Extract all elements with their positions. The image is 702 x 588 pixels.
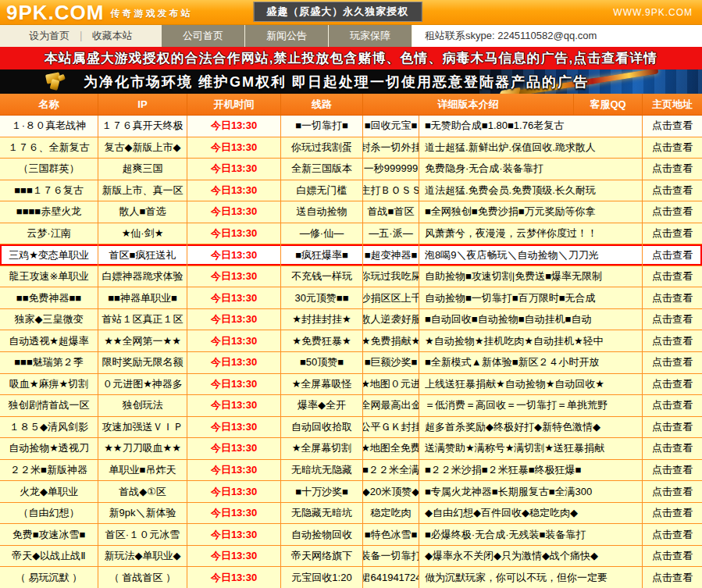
- fist-icon: [43, 73, 69, 91]
- red-notice-banner[interactable]: 本站属盛大游戏授权的合法合作网站,禁止投放包含赌博、色情、病毒木马信息的广告,点…: [0, 47, 702, 69]
- logo[interactable]: 9PK.COM 传奇游戏发布站: [0, 2, 192, 23]
- cell-time: 今日13:30: [187, 481, 281, 502]
- cell-name[interactable]: 龍王攻速※单职业: [0, 266, 98, 287]
- view-homepage-link[interactable]: 点击查看: [643, 330, 702, 351]
- cell-time: 今日13:30: [187, 352, 281, 373]
- cell-ip: 限时奖励无限名额: [98, 352, 187, 373]
- cell-ip: ■■神器单职业■: [98, 287, 187, 308]
- cell-name[interactable]: １７６、全新复古: [0, 137, 98, 159]
- cell-line2: 全网最高出金: [363, 395, 419, 416]
- cell-name[interactable]: 自动透视★超爆率: [0, 330, 98, 351]
- view-homepage-link[interactable]: 点击查看: [643, 287, 702, 308]
- nav-item-player-protection[interactable]: 玩家保障: [329, 25, 412, 47]
- cell-line1: 自动回收拾取: [281, 417, 363, 438]
- cell-line2: 裙641941724: [363, 567, 419, 588]
- table-row: ■■■１７６复古新版上市、真一区今日13:30白嫖无门槛主打ＢＯＳＳ道法超猛.免…: [0, 180, 702, 202]
- nav-item-news[interactable]: 新闻公告: [245, 25, 329, 47]
- cell-name[interactable]: （ 易玩沉默 ）: [0, 567, 98, 588]
- column-header-line: 线路: [281, 94, 363, 115]
- nav-separator: ｜: [76, 29, 86, 43]
- view-homepage-link[interactable]: 点击查看: [643, 180, 702, 201]
- nav-item-company-home[interactable]: 公司首页: [162, 25, 245, 47]
- cell-name[interactable]: （自由幻想）: [0, 503, 98, 524]
- cell-ip: 独创玩法: [98, 395, 187, 416]
- view-homepage-link[interactable]: 点击查看: [643, 503, 702, 524]
- cell-line2: 沙捐区区上千: [363, 287, 419, 308]
- cell-name[interactable]: 自动捡物★透视刀: [0, 438, 98, 459]
- cell-line1: ■一切靠打■: [281, 116, 363, 137]
- cell-line1: 无隐藏无暗坑: [281, 503, 363, 524]
- column-header-open-time: 开机时间: [187, 94, 281, 115]
- view-homepage-link[interactable]: 点击查看: [643, 244, 702, 265]
- cell-name[interactable]: 火龙◆单职业: [0, 481, 98, 502]
- cell-ip: 复古◆新版上市◆: [98, 137, 187, 159]
- cell-name[interactable]: （三国群英）: [0, 159, 98, 180]
- cell-line2: ■超变神器■: [363, 244, 419, 265]
- gm-notice-banner[interactable]: 为净化市场环境 维护GM权利 即日起处理一切使用恶意登陆器产品的广告: [0, 69, 702, 94]
- cell-name[interactable]: 吸血★麻痹★切割: [0, 374, 98, 395]
- cell-desc: ■自动回收■自动捡物■自动挂机■自动: [419, 309, 643, 330]
- view-homepage-link[interactable]: 点击查看: [643, 309, 702, 330]
- cell-line2: ■巨额沙奖■: [363, 352, 419, 373]
- cell-name[interactable]: ■■■１７６复古: [0, 180, 98, 201]
- cell-time: 今日13:30: [187, 438, 281, 459]
- add-favorite-link[interactable]: 收藏本站: [92, 29, 133, 43]
- view-homepage-link[interactable]: 点击查看: [643, 395, 702, 416]
- nav-bar: 设为首页 ｜ 收藏本站 公司首页 新闻公告 玩家保障 租站联系skype: 22…: [0, 25, 702, 47]
- cell-line1: ★封挂封挂★: [281, 309, 363, 330]
- cell-line1: 送自动捡物: [281, 201, 363, 223]
- cell-name[interactable]: ■■■■赤壁火龙: [0, 201, 98, 223]
- nav-left-links: 设为首页 ｜ 收藏本站: [0, 25, 162, 47]
- cell-line2: ★地图全免费: [363, 438, 419, 459]
- cell-desc: 道士超猛.新鲜出炉.保值回收.跪求散人: [419, 137, 643, 159]
- view-homepage-link[interactable]: 点击查看: [643, 137, 702, 159]
- view-homepage-link[interactable]: 点击查看: [643, 352, 702, 373]
- view-homepage-link[interactable]: 点击查看: [643, 546, 702, 567]
- cell-line1: 爆率◆全开: [281, 395, 363, 416]
- view-homepage-link[interactable]: 点击查看: [643, 374, 702, 395]
- table-row: １８５◆清风剑影攻速加强送ＶＩＰ今日13:30自动回收拾取公平ＧＫ封挂超多首杀奖…: [0, 417, 702, 439]
- cell-ip: ★★全网第一★★: [98, 330, 187, 351]
- view-homepage-link[interactable]: 点击查看: [643, 223, 702, 244]
- cell-name[interactable]: 三鸡★变态单职业: [0, 244, 98, 265]
- column-header-service-qq: 客服QQ: [574, 94, 643, 115]
- table-row: １·８０真老战神１７６真开天终极今日13:30■一切靠打■■回收元宝■■无赞助合…: [0, 116, 702, 137]
- view-homepage-link[interactable]: 点击查看: [643, 524, 702, 545]
- cell-line2: 封杀一切外挂: [363, 137, 419, 159]
- view-homepage-link[interactable]: 点击查看: [643, 116, 702, 137]
- table-row: １７６、全新复古复古◆新版上市◆今日13:30你玩过我割蛋封杀一切外挂道士超猛.…: [0, 137, 702, 159]
- page: 9PK.COM 传奇游戏发布站 盛趣（原盛大）永久独家授权 WWW.9PK.CO…: [0, 0, 702, 588]
- cell-name[interactable]: ２２米■新版神器: [0, 460, 98, 481]
- view-homepage-link[interactable]: 点击查看: [643, 201, 702, 223]
- column-header-ip: IP: [98, 94, 187, 115]
- cell-line2: —五·派—: [363, 223, 419, 244]
- table-row: （ 易玩沉默 ）（ 首战首区 ）今日13:30元宝回收1:20裙64194172…: [0, 567, 702, 588]
- set-home-link[interactable]: 设为首页: [29, 29, 69, 43]
- cell-name[interactable]: １８５◆清风剑影: [0, 417, 98, 438]
- view-homepage-link[interactable]: 点击查看: [643, 481, 702, 502]
- cell-ip: ０元进图★神器多: [98, 374, 187, 395]
- view-homepage-link[interactable]: 点击查看: [643, 567, 702, 588]
- cell-line2: 散人逆袭好服: [363, 309, 419, 330]
- cell-time: 今日13:30: [187, 503, 281, 524]
- cell-name[interactable]: 帝天◆以战止战Ⅱ: [0, 546, 98, 567]
- cell-name[interactable]: ■■■魅瑞第２季: [0, 352, 98, 373]
- view-homepage-link[interactable]: 点击查看: [643, 266, 702, 287]
- logo-text: 9PK.COM: [6, 2, 104, 23]
- cell-name[interactable]: 云梦·江南: [0, 223, 98, 244]
- view-homepage-link[interactable]: 点击查看: [643, 438, 702, 459]
- cell-ip: 攻速加强送ＶＩＰ: [98, 417, 187, 438]
- view-homepage-link[interactable]: 点击查看: [643, 460, 702, 481]
- cell-name[interactable]: 免费■攻速冰雪■: [0, 524, 98, 545]
- table-row: ２２米■新版神器单职业■吊炸天今日13:30无暗坑无隐藏■２２米全满■２２米沙捐…: [0, 460, 702, 482]
- cell-name[interactable]: 独家◆三皇微变: [0, 309, 98, 330]
- view-homepage-link[interactable]: 点击查看: [643, 159, 702, 180]
- cell-time: 今日13:30: [187, 266, 281, 287]
- cell-name[interactable]: １·８０真老战神: [0, 116, 98, 137]
- cell-name[interactable]: ■■免费神器■■: [0, 287, 98, 308]
- cell-desc: ■必爆终极·无合成·无残装■装备靠打: [419, 524, 643, 545]
- cell-name[interactable]: 独创剧情首战一区: [0, 395, 98, 416]
- view-homepage-link[interactable]: 点击查看: [643, 417, 702, 438]
- cell-desc: 上线送狂暴捐献★自动捡物★自动回收★: [419, 374, 643, 395]
- cell-line2: ■特色冰雪■: [363, 524, 419, 545]
